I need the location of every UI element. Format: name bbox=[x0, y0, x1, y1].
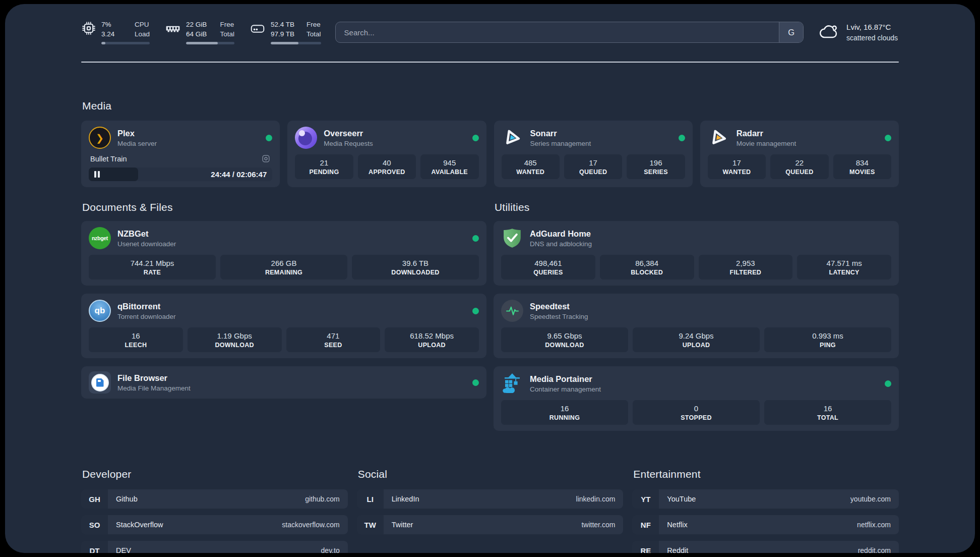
service-description: Speedtest Tracking bbox=[530, 313, 588, 320]
stat-seed: 471SEED bbox=[286, 327, 381, 352]
nzbget-icon: nzbget bbox=[89, 227, 111, 249]
utilities-group: Utilities AdGuard bbox=[494, 201, 899, 439]
service-card-adguard[interactable]: AdGuard Home DNS and adblocking 498,461Q… bbox=[494, 221, 899, 286]
bookmark-url: dev.to bbox=[321, 546, 340, 553]
memory-icon bbox=[165, 21, 181, 39]
stat-pending: 21PENDING bbox=[295, 154, 353, 179]
weather-widget: Lviv, 16.87°C scattered clouds bbox=[818, 20, 899, 44]
stat-running: 16RUNNING bbox=[501, 400, 628, 425]
bookmark-abbr: GH bbox=[81, 489, 108, 509]
bookmark-abbr: NF bbox=[632, 515, 659, 534]
bookmark-group-social: Social LI LinkedIn linkedin.com TW Twitt… bbox=[357, 468, 624, 553]
disk-icon bbox=[250, 21, 266, 39]
bookmark-name: LinkedIn bbox=[392, 495, 419, 503]
section-divider bbox=[81, 62, 899, 63]
bookmark-github[interactable]: GH Github github.com bbox=[81, 489, 348, 509]
status-dot bbox=[885, 135, 891, 141]
disk-stat-widget: 52.4 TB 97.9 TB Free Total bbox=[250, 20, 321, 44]
service-card-radarr[interactable]: Radarr Movie management 17WANTED 22QUEUE… bbox=[700, 121, 899, 187]
service-name: File Browser bbox=[117, 373, 191, 383]
stat-wanted: 17WANTED bbox=[708, 154, 766, 179]
bookmark-url: youtube.com bbox=[850, 495, 891, 503]
stat-download: 1.19 GbpsDOWNLOAD bbox=[188, 327, 282, 352]
cpu-usage-label: CPU bbox=[135, 20, 150, 30]
bookmark-name: Twitter bbox=[392, 521, 413, 529]
service-name: Speedtest bbox=[530, 302, 588, 311]
service-name: Sonarr bbox=[530, 129, 591, 138]
stat-approved: 40APPROVED bbox=[358, 154, 416, 179]
bookmark-name: StackOverflow bbox=[116, 521, 163, 529]
stat-total: 16TOTAL bbox=[764, 400, 891, 425]
bookmark-abbr: LI bbox=[357, 489, 384, 509]
service-description: Container management bbox=[530, 385, 601, 393]
section-heading-utilities: Utilities bbox=[495, 201, 898, 213]
service-card-nzbget[interactable]: nzbget NZBGet Usenet downloader 744.21 M… bbox=[81, 221, 486, 286]
dashboard: 7% 3.24 CPU Load bbox=[5, 4, 975, 553]
stat-queries: 498,461QUERIES bbox=[501, 255, 595, 280]
service-card-portainer[interactable]: Media Portainer Container management 16R… bbox=[494, 366, 899, 431]
search-engine-button[interactable]: G bbox=[779, 22, 803, 42]
weather-location: Lviv, 16.87°C bbox=[846, 22, 898, 33]
portainer-icon bbox=[501, 372, 523, 395]
stat-movies: 834MOVIES bbox=[833, 154, 891, 179]
stat-series: 196SERIES bbox=[627, 154, 685, 179]
stat-wanted: 485WANTED bbox=[502, 154, 560, 179]
media-group: ❯ Plex Media server Bullet Train bbox=[81, 121, 899, 187]
playback-time: 24:44 / 02:06:47 bbox=[211, 170, 272, 179]
bookmark-stackoverflow[interactable]: SO StackOverflow stackoverflow.com bbox=[81, 515, 348, 534]
service-name: AdGuard Home bbox=[530, 229, 592, 239]
service-card-overseerr[interactable]: Overseerr Media Requests 21PENDING 40APP… bbox=[287, 121, 486, 187]
disk-total-value: 97.9 TB bbox=[271, 30, 294, 39]
sonarr-icon bbox=[502, 127, 524, 149]
radarr-icon bbox=[708, 127, 730, 149]
cpu-load-label: Load bbox=[135, 30, 150, 39]
bookmark-netflix[interactable]: NF Netflix netflix.com bbox=[632, 515, 899, 534]
stat-upload: 618.52 MbpsUPLOAD bbox=[385, 327, 479, 352]
bookmark-dev[interactable]: DT DEV dev.to bbox=[81, 541, 348, 553]
service-card-speedtest[interactable]: Speedtest Speedtest Tracking 9.65 GbpsDO… bbox=[494, 294, 899, 358]
service-name: Plex bbox=[117, 129, 157, 138]
status-dot bbox=[885, 380, 891, 387]
media-source-icon[interactable] bbox=[261, 154, 271, 163]
service-card-qbittorrent[interactable]: qb qBittorrent Torrent downloader 16LEEC… bbox=[81, 294, 486, 358]
bookmark-linkedin[interactable]: LI LinkedIn linkedin.com bbox=[357, 489, 624, 509]
section-heading-media: Media bbox=[82, 100, 899, 112]
bookmark-group-developer: Developer GH Github github.com SO StackO… bbox=[81, 468, 348, 553]
qbittorrent-icon: qb bbox=[89, 300, 111, 322]
bookmark-reddit[interactable]: RE Reddit reddit.com bbox=[632, 541, 899, 553]
service-card-plex[interactable]: ❯ Plex Media server Bullet Train bbox=[81, 121, 280, 187]
bookmark-abbr: YT bbox=[632, 489, 659, 509]
bookmark-name: DEV bbox=[116, 546, 131, 553]
bookmark-twitter[interactable]: TW Twitter twitter.com bbox=[357, 515, 624, 534]
memory-stat-widget: 22 GiB 64 GiB Free Total bbox=[165, 20, 234, 44]
top-bar: 7% 3.24 CPU Load bbox=[81, 19, 899, 45]
stat-rate: 744.21 MbpsRATE bbox=[89, 255, 216, 280]
service-description: Movie management bbox=[737, 140, 797, 147]
section-heading-entertainment: Entertainment bbox=[633, 468, 898, 480]
memory-total-label: Total bbox=[220, 30, 234, 39]
service-description: Torrent downloader bbox=[117, 313, 176, 320]
service-card-filebrowser[interactable]: File Browser Media File Management bbox=[81, 366, 486, 399]
service-description: Media server bbox=[117, 140, 157, 147]
stat-download: 9.65 GbpsDOWNLOAD bbox=[501, 327, 628, 352]
search-input[interactable] bbox=[336, 22, 779, 42]
now-playing-title: Bullet Train bbox=[90, 155, 127, 163]
service-description: DNS and adblocking bbox=[530, 240, 592, 248]
stat-remaining: 266 GBREMAINING bbox=[220, 255, 347, 280]
pause-button[interactable] bbox=[94, 171, 100, 178]
bookmark-name: Github bbox=[116, 495, 138, 503]
plex-icon: ❯ bbox=[89, 127, 111, 149]
stat-stopped: 0STOPPED bbox=[633, 400, 760, 425]
bookmark-name: Reddit bbox=[667, 546, 688, 553]
stat-leech: 16LEECH bbox=[89, 327, 183, 352]
disk-progress-bar bbox=[271, 42, 321, 44]
documents-group: Documents & Files nzbget NZBGet Usenet d… bbox=[81, 201, 486, 439]
bookmark-name: YouTube bbox=[667, 495, 696, 503]
service-name: qBittorrent bbox=[117, 302, 176, 311]
status-dot bbox=[472, 235, 479, 242]
service-card-sonarr[interactable]: Sonarr Series management 485WANTED 17QUE… bbox=[494, 121, 693, 187]
bookmark-group-entertainment: Entertainment YT YouTube youtube.com NF … bbox=[632, 468, 899, 553]
bookmark-youtube[interactable]: YT YouTube youtube.com bbox=[632, 489, 899, 509]
service-description: Media Requests bbox=[324, 140, 373, 147]
stat-blocked: 86,384BLOCKED bbox=[600, 255, 694, 280]
